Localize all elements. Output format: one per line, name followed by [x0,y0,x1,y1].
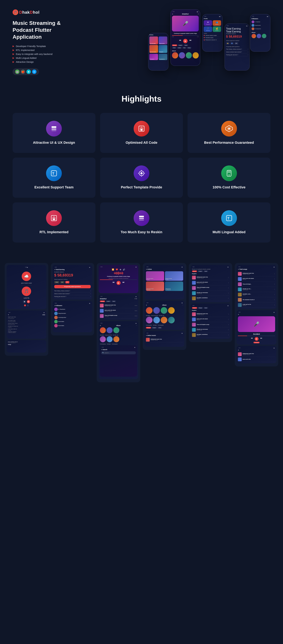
highlights-row-3: RTL Implemented Too Much Easy to Reskin … [12,202,270,242]
prev-btn[interactable]: ⏮ [179,39,181,43]
svg-rect-4 [141,129,142,131]
platform-badges: 🤖 🍎 ◈ ◎ [12,68,39,75]
svg-rect-1 [52,128,56,130]
profile-screen: 9:30 ▮▮▮ Profile 👁 Total view 👥 Follower… [202,14,222,52]
earning-screen: 9:30 ▮▮▮ Total Earning Total Earning Ava… [225,24,249,70]
svg-text:T: T [227,216,230,220]
screenshot-artists-album: 9:30 ▮▮ ◀ Artists Live from paris 78 Pla… [143,263,186,350]
play-btn[interactable]: ▶ [183,39,188,43]
highlight-card-5: Perfect Template Provide [100,158,183,198]
followers-screen: 9:30 ▮▮▮ Followers H. Rackham Reprehende… [250,14,270,52]
highlight-icon-7 [46,210,62,226]
hero-title: Music Streaming & Podcast Flutter Applic… [12,20,72,40]
arrow-icon-1: ▶ [12,45,14,47]
highlight-icon-2 [134,121,149,136]
upload-audio-icon: 🎵 [22,286,31,296]
svg-rect-17 [139,216,144,217]
track-3: Pleasures to secure ➕ [204,39,221,41]
highlight-icon-3 [221,121,237,136]
available-balance-label: Available balance [54,271,91,273]
track-2: Therefore tracks [204,37,221,39]
logo-text: DhakDhol [19,10,40,15]
arrow-icon-2: ▶ [12,49,14,51]
screenshots-section: 9:30 ▮▮ ☁️ your music cover 🎵 audio file… [0,257,283,392]
highlights-section: Highlights Attractive UI & UX Design [0,84,283,257]
highlight-label-3: Best Performance Guaranteed [204,140,254,145]
total-songs-screen: 9:30 ▮▮ ◀ Total songs Hollywood music ha… [236,265,276,309]
artist-card-2: Embarrassing [159,36,167,44]
highlight-icon-9: T [221,210,237,226]
highlight-label-8: Too Much Easy to Reskin [121,230,162,235]
highlight-label-2: Optimised All Code [126,140,158,145]
next-btn[interactable]: ⏭ [190,39,192,43]
highlight-card-1: Attractive UI & UX Design [12,113,96,153]
waveform [100,272,137,275]
highlight-icon-5 [134,166,149,181]
highlight-label-1: Attractive UI & UX Design [33,140,75,145]
earn-select: Select payment method [226,40,248,41]
upload-icon: ☁️ [22,272,31,281]
upload-screen: 9:30 ▮▮ ☁️ your music cover 🎵 audio file… [6,265,46,309]
acc-prev-btn[interactable]: ⏮ [251,337,253,341]
album-label: Album [172,50,199,52]
phone-profile: 9:30 ▮▮▮ Profile 👁 Total view 👥 Follower… [202,14,223,52]
hero-left: 🎵 DhakDhol Music Streaming & Podcast Flu… [12,10,72,75]
highlights-row-2: T Excellent Support Team Perfect Templat… [12,158,270,198]
chunks-screen: 9:30 ▮▮ Elease of Latraset sheets contai… [191,265,230,302]
artists-large-screen: 9:30 ▮▮ ◀ Artists Live from paris 78 Pla… [145,265,184,300]
highlight-card-6: 100% Cost Effective [188,158,270,198]
balance-display: $ 58,69319 [54,273,91,278]
highlight-icon-4: T [46,166,62,181]
stat-followers: 👥 Followers [213,20,221,26]
track-1: Latraset sheets contain [204,34,221,37]
arrow-icon-3: ▶ [12,53,14,55]
screenshot-upload: 9:30 ▮▮ ☁️ your music cover 🎵 audio file… [5,263,48,356]
search-input-mock[interactable]: 🔍 Search... [101,351,136,354]
artists-screen: Artists Live from paris Embarrassing Spe… [148,33,168,70]
svg-point-14 [228,174,230,176]
player-screen: 9:30 ▮▮▮ ◀ DhakDhol ⊕ 🎤 Contrary to popu… [171,10,200,66]
earning-detail-screen: 9:30 ▮▮ ◀ Total Earning Available balanc… [53,265,92,300]
dart-badge: ◈ [26,70,31,74]
artists-grid-large: Live from paris 78 Plays Embarrassing 41… [146,271,183,291]
highlight-icon-8 [134,210,149,226]
player-cover: 🎤 [172,16,199,32]
screenshot-total-songs: 9:30 ▮▮ ◀ Total songs Hollywood music ha… [235,263,278,366]
play-pause-btn[interactable]: ▶ [116,281,120,285]
phone-mockups: Artists Live from paris Embarrassing Spe… [148,14,270,70]
hero-features: ▶Developer Friendly Template ▶RTL Implem… [12,45,72,63]
followers-title: Followers [252,18,269,20]
lang-tags: Bangla English Hindi [172,44,199,46]
highlight-icon-1 [46,121,62,136]
highlights-title: Highlights [12,94,270,104]
highlight-card-7: RTL Implemented [12,202,96,242]
stat-total-songs: 🎵 Total song [204,26,212,32]
player-detail-screen: 9:30 ▮▮ 🔀 ❤️ ⊕ 🔊 [98,265,138,293]
arrow-icon-5: ▶ [12,60,14,63]
skip-btn[interactable]: ⏭ [122,281,125,285]
svg-point-11 [140,172,142,174]
music-list: Hollywood music has Hampton Sydney 00:33… [100,303,137,318]
feature-4: ▶Multi Lingual Added [12,56,72,59]
artist-card-6: Sometimes by [159,54,167,60]
screenshot-player-album: 9:30 ▮▮ 🔀 ❤️ ⊕ 🔊 [97,263,140,382]
dhakdhol-main-screen: 9:30 ▮▮ DhakDhol ⊕ ⊞ Bangla English Hind… [98,294,138,320]
highlights-row-1: Attractive UI & UX Design Optimised All … [12,113,270,153]
artist-card-5: Contrary to [149,54,158,60]
svg-rect-13 [228,171,230,173]
search-screen: 9:30 ▮▮ ◀ Search 🔍 Search... [100,345,137,377]
followers-screen-title: Followers [56,305,62,306]
acc-next-btn[interactable]: ⏭ [260,337,262,341]
acc-play-btn[interactable]: ▶ [255,337,258,341]
upload-audio-label: audio file [24,297,29,299]
profile-tracks: Tracks Latraset sheets contain Therefore… [204,33,221,41]
screenshot-earning-followers: 9:30 ▮▮ ◀ Total Earning Available balanc… [51,263,94,336]
feature-1: ▶Developer Friendly Template [12,45,72,48]
shuffle-btn[interactable]: ⏮ [112,281,114,285]
player-controls[interactable]: ⏮ ▶ ⏭ [172,39,199,43]
faq-title: Frequently asked questions [54,285,91,288]
earn-balance: Available balance [226,33,248,34]
flutter-badge: ◎ [32,70,36,74]
highlight-label-9: Multi Lingual Added [212,230,246,235]
album-circles-screen: 9:30 ▮▮ ◀ Album ⋯ Accident Good and Evil… [145,301,184,330]
